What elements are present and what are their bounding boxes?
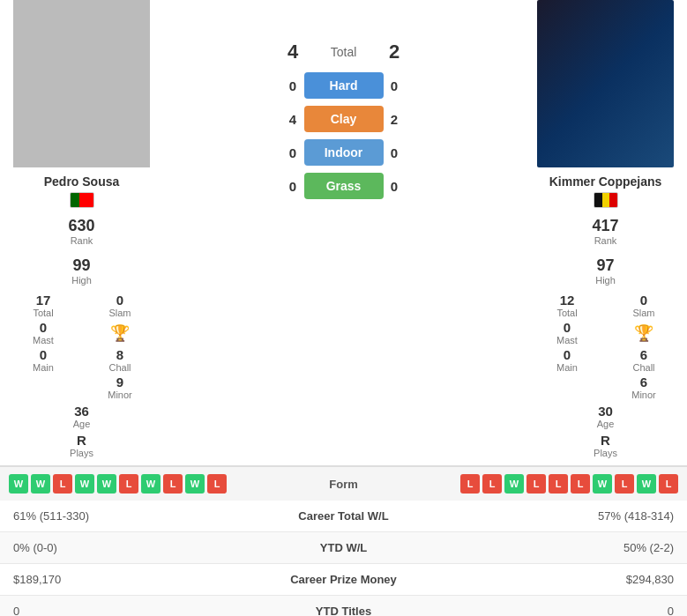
total-right-score: 2: [384, 41, 406, 63]
left-form-badges: WWLWWLWLWL: [9, 474, 227, 494]
left-player-col: Pedro Sousa 630 Rank 99 High: [0, 0, 163, 458]
right-rank-value: 417: [592, 217, 618, 235]
titles-row: 0 YTD Titles 0: [0, 596, 687, 617]
left-total-label: Total: [33, 308, 53, 318]
wl-left-val: 61% (511-330): [0, 501, 208, 532]
right-plays-cell: R Plays: [581, 433, 630, 458]
right-form-badge-w: W: [593, 474, 612, 494]
grass-button[interactable]: Grass: [304, 173, 384, 199]
right-plays-label: Plays: [594, 448, 617, 458]
titles-label: YTD Titles: [208, 596, 479, 617]
right-rank-label: Rank: [594, 235, 617, 246]
wl-row: 61% (511-330) Career Total W/L 57% (418-…: [0, 501, 687, 532]
clay-row: 4 Clay 2: [163, 106, 524, 132]
players-header: Pedro Sousa 630 Rank 99 High: [0, 0, 687, 458]
left-high-value: 99: [72, 256, 90, 275]
left-mast-label: Mast: [33, 335, 54, 345]
form-section: WWLWWLWLWL Form LLWLLLWLWL: [0, 465, 687, 501]
right-minor-cell: 6 Minor: [608, 375, 681, 400]
clay-button[interactable]: Clay: [304, 106, 384, 132]
right-main-label: Main: [556, 362, 578, 373]
right-age-value: 30: [598, 404, 613, 419]
left-stats-box: 630 Rank 99 High 17 Total: [7, 215, 157, 458]
hard-button[interactable]: Hard: [304, 72, 384, 99]
left-form-badge-w: W: [31, 474, 50, 494]
indoor-button[interactable]: Indoor: [304, 139, 384, 166]
right-total-cell: 12 Total: [531, 293, 604, 318]
right-minor-value: 6: [640, 375, 647, 390]
left-flag-icon: [70, 192, 94, 208]
left-slam-value: 0: [116, 293, 123, 308]
left-mast-value: 0: [40, 320, 47, 335]
left-slam-label: Slam: [108, 308, 131, 318]
wl-label: Career Total W/L: [208, 501, 479, 532]
left-flag-row: [70, 192, 94, 208]
right-flag-icon: [594, 192, 618, 208]
left-plays-value: R: [77, 433, 86, 448]
right-form-badge-l: L: [571, 474, 590, 494]
right-trophy-icon: 🏆: [634, 323, 653, 343]
right-form-badge-w: W: [504, 474, 524, 494]
left-age-value: 36: [74, 404, 89, 419]
form-label: Form: [329, 478, 358, 491]
right-chall-label: Chall: [632, 362, 654, 373]
main-container: Pedro Sousa 630 Rank 99 High: [0, 0, 687, 616]
total-left-score: 4: [282, 41, 304, 63]
right-player-name: Kimmer Coppejans: [549, 174, 662, 189]
right-form-badges: LLWLLLWLWL: [460, 474, 678, 494]
clay-right-score: 2: [384, 112, 406, 127]
titles-left-val: 0: [0, 596, 208, 617]
left-main-cell: 0 Main: [7, 347, 80, 373]
left-total-cell: 17 Total: [7, 293, 80, 318]
grass-right-score: 0: [384, 179, 406, 194]
right-chall-value: 6: [640, 347, 647, 362]
right-form-badge-l: L: [526, 474, 546, 494]
left-slam-cell: 0 Slam: [84, 293, 157, 318]
left-plays-label: Plays: [70, 448, 93, 458]
right-form-badge-l: L: [659, 474, 678, 494]
left-player-photo: [13, 0, 150, 167]
left-minor-cell: 9 Minor: [84, 375, 157, 400]
left-chall-value: 8: [116, 347, 123, 362]
right-age-label: Age: [597, 419, 615, 429]
right-high-cell: 97 High: [581, 256, 630, 286]
right-rank-cell: 417 Rank: [581, 217, 630, 246]
left-form-badge-l: L: [207, 474, 227, 494]
left-form-badge-l: L: [119, 474, 138, 494]
right-total-value: 12: [560, 293, 575, 308]
left-trophy-cell: 🏆: [84, 320, 157, 345]
indoor-row: 0 Indoor 0: [163, 139, 524, 166]
ytd-left-val: 0% (0-0): [0, 532, 208, 564]
right-player-photo: [537, 0, 674, 167]
left-rank-label: Rank: [71, 235, 93, 246]
left-high-label: High: [71, 275, 92, 286]
left-form-badge-w: W: [97, 474, 116, 494]
total-h2h-row: 4 Total 2: [163, 41, 524, 63]
left-form-badge-w: W: [141, 474, 161, 494]
prize-right-val: $294,830: [479, 564, 687, 596]
right-form-badge-l: L: [482, 474, 502, 494]
left-minor-label: Minor: [108, 390, 132, 400]
left-mast-cell: 0 Mast: [7, 320, 80, 345]
right-mast-label: Mast: [556, 335, 578, 345]
left-chall-label: Chall: [108, 362, 131, 373]
left-minor-value: 9: [116, 375, 123, 390]
right-chall-cell: 6 Chall: [608, 347, 681, 373]
left-main-label: Main: [33, 362, 54, 373]
left-player-name: Pedro Sousa: [44, 174, 120, 189]
prize-left-val: $189,170: [0, 564, 208, 596]
prize-label: Career Prize Money: [208, 564, 479, 596]
right-stats-box: 417 Rank 97 High 12 Total: [531, 215, 681, 458]
grass-left-score: 0: [282, 179, 304, 194]
right-high-label: High: [595, 275, 616, 286]
right-slam-cell: 0 Slam: [608, 293, 681, 318]
clay-left-score: 4: [282, 112, 304, 127]
right-plays-value: R: [601, 433, 610, 448]
left-form-badge-l: L: [53, 474, 72, 494]
left-rank-cell: 630 Rank: [57, 217, 106, 246]
career-stats-table: 61% (511-330) Career Total W/L 57% (418-…: [0, 501, 687, 616]
left-main-value: 0: [40, 347, 47, 362]
left-high-cell: 99 High: [57, 256, 106, 286]
right-form-badge-l: L: [615, 474, 634, 494]
hard-right-score: 0: [384, 78, 406, 93]
